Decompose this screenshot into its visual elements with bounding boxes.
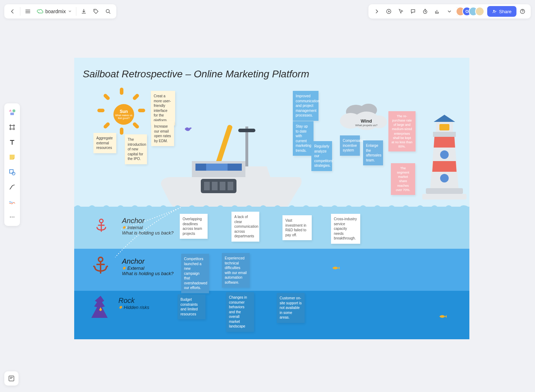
brand-name: boardmix [45,9,66,14]
sticky-note[interactable]: Cross-industry service capacity needs br… [331,214,360,244]
chevron-down-icon [68,10,72,13]
pen-tool[interactable] [6,196,18,208]
sun-subtitle: What makes us feel good? [113,114,134,119]
shape-tool[interactable] [6,166,18,178]
cloud-icon [338,101,392,133]
sticky-note[interactable]: Aggregate external resources [93,133,116,153]
sticky-note-icon [9,154,16,161]
sticky-note[interactable]: Vast investment in R&D failed to pay off… [282,215,312,240]
brand-dropdown[interactable]: boardmix [34,8,75,15]
sticky-note[interactable]: Overlapping deadlines across team projec… [180,214,208,239]
more-tools[interactable] [6,211,18,223]
sticky-note[interactable]: Regularly analyze our competitors' strat… [311,141,332,171]
play-button[interactable] [383,5,395,17]
avatar[interactable] [475,7,484,16]
search-button[interactable] [102,5,114,17]
cursor-button[interactable] [395,5,407,17]
sticky-note[interactable]: Compensation incentive system [340,135,360,156]
cursor-icon [398,9,404,14]
connector-tool[interactable] [6,181,18,193]
sticky-note[interactable]: The introduction of new capital for the … [125,134,147,164]
chart-button[interactable] [431,5,443,17]
sticky-note[interactable]: Customer on-site support is not availabl… [277,293,305,323]
expand-button[interactable] [371,5,383,17]
star-icon: ✸ [118,305,122,310]
sticky-note[interactable]: Enlarge the aftersales team. [363,140,383,165]
section-tag: Internal [127,225,143,230]
svg-rect-25 [228,164,242,171]
svg-rect-32 [439,124,449,130]
timer-button[interactable] [419,5,431,17]
sticky-note[interactable]: A lack of clear communication across dep… [231,212,259,242]
help-circle-icon [520,9,525,14]
ship-icon [160,124,310,209]
svg-point-6 [12,109,15,112]
svg-point-0 [95,10,95,11]
svg-point-4 [493,10,495,11]
download-icon [81,9,87,14]
svg-rect-28 [212,182,218,190]
collaborator-avatars[interactable]: O [459,7,484,16]
share-button[interactable]: Share [487,6,516,17]
minimap-button[interactable] [4,371,19,386]
sun-title: Sun [120,109,128,114]
sun-graphic[interactable]: Sun What makes us feel good? [96,86,146,136]
tag-icon [93,9,99,14]
section-rock: Rock ✸Hidden risks [118,296,149,310]
wind-cloud[interactable]: Wind What propels us? [338,101,392,133]
cloud-logo-icon [37,8,43,15]
star-icon: ✸ [122,225,126,230]
sticky-note[interactable]: Changes in consumer behaviors and the ov… [226,292,254,332]
search-icon [105,9,111,14]
top-toolbar: boardmix [4,4,531,19]
chevron-down-icon [447,9,452,14]
sticky-note[interactable]: Increase our email open rates by EDM. [151,121,174,146]
menu-button[interactable] [22,5,34,17]
wind-label: Wind What propels us? [355,118,377,127]
section-anchor-internal: Anchor ✸Internal What is holding us back… [122,217,174,236]
chart-icon [434,9,440,14]
sticky-tool[interactable] [6,151,18,163]
svg-rect-7 [10,113,14,115]
svg-point-12 [14,217,14,217]
sticky-note[interactable]: Stay up to date with current marketing t… [293,121,314,156]
user-plus-icon [492,9,497,14]
tag-button[interactable] [90,5,102,17]
sticky-note[interactable]: The re-purchase rate of large and medium… [388,111,416,151]
separator [20,7,20,16]
comment-button[interactable] [407,5,419,17]
svg-rect-37 [422,194,467,200]
svg-point-9 [12,172,15,175]
rock-icon [89,295,112,321]
layers-icon [8,375,15,382]
svg-rect-30 [228,182,233,190]
download-button[interactable] [78,5,90,17]
svg-rect-36 [426,188,463,194]
sticky-note[interactable]: Budget constraints and limited resources [178,294,205,319]
sticky-note[interactable]: Experienced technical difficulties with … [222,253,250,288]
play-circle-icon [386,9,392,14]
ship-graphic[interactable] [160,124,310,209]
sticky-note[interactable]: Improved communication and project manag… [293,91,319,121]
back-button[interactable] [6,5,19,17]
svg-point-11 [12,217,12,217]
curve-icon [9,184,16,191]
svg-point-10 [10,217,11,217]
more-button[interactable] [443,5,455,17]
canvas-board[interactable]: Sailboat Retrospective – Online Marketin… [74,58,469,339]
anchor-icon [91,256,111,276]
text-icon [9,139,16,146]
sticky-note[interactable]: Competitors launched a new campaign that… [181,254,209,293]
sticky-note[interactable]: The segment market share reaches over 70… [391,163,415,195]
section-tag: External [127,265,144,271]
wind-subtitle: What propels us? [355,124,377,127]
lighthouse-graphic[interactable] [412,115,469,207]
svg-rect-29 [220,182,225,190]
text-tool[interactable] [6,136,18,148]
shapes-tool[interactable] [6,106,18,118]
lighthouse-icon [412,115,469,207]
help-button[interactable] [516,5,529,17]
sticky-note[interactable]: Creat a more user-friendly interface for… [151,91,175,125]
frame-icon [9,124,16,131]
frame-tool[interactable] [6,121,18,133]
